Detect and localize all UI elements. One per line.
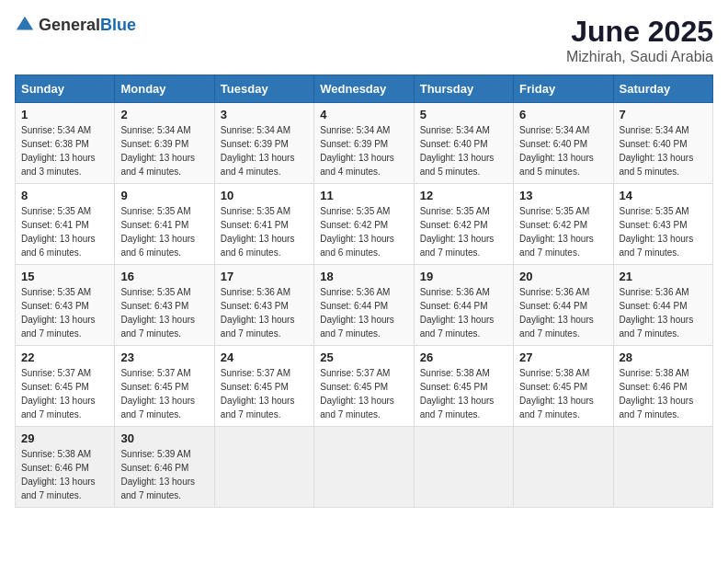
day-number: 7: [620, 108, 707, 121]
calendar-cell: [613, 427, 712, 508]
day-number: 29: [21, 431, 108, 445]
day-info: Sunrise: 5:34 AMSunset: 6:39 PMDaylight:…: [221, 123, 308, 178]
day-number: 6: [519, 108, 607, 121]
calendar-cell: 27Sunrise: 5:38 AMSunset: 6:45 PMDayligh…: [514, 346, 613, 427]
day-info: Sunrise: 5:34 AMSunset: 6:39 PMDaylight:…: [120, 123, 208, 178]
day-info: Sunrise: 5:35 AMSunset: 6:41 PMDaylight:…: [221, 204, 308, 259]
calendar-cell: 24Sunrise: 5:37 AMSunset: 6:45 PMDayligh…: [214, 346, 313, 427]
main-title: June 2025: [566, 15, 713, 49]
calendar-cell: [414, 427, 513, 508]
day-info: Sunrise: 5:35 AMSunset: 6:42 PMDaylight:…: [320, 204, 407, 259]
day-info: Sunrise: 5:34 AMSunset: 6:39 PMDaylight:…: [320, 123, 407, 178]
day-info: Sunrise: 5:34 AMSunset: 6:40 PMDaylight:…: [519, 123, 607, 178]
calendar-cell: 2Sunrise: 5:34 AMSunset: 6:39 PMDaylight…: [115, 103, 214, 184]
day-info: Sunrise: 5:36 AMSunset: 6:44 PMDaylight:…: [320, 285, 407, 340]
calendar-cell: 13Sunrise: 5:35 AMSunset: 6:42 PMDayligh…: [514, 184, 613, 265]
day-info: Sunrise: 5:36 AMSunset: 6:44 PMDaylight:…: [420, 285, 507, 340]
day-info: Sunrise: 5:36 AMSunset: 6:43 PMDaylight:…: [221, 285, 308, 340]
calendar-week-row: 29Sunrise: 5:38 AMSunset: 6:46 PMDayligh…: [16, 427, 713, 508]
logo: GeneralBlue: [15, 15, 136, 35]
day-number: 5: [420, 108, 507, 121]
day-number: 17: [221, 270, 308, 283]
day-info: Sunrise: 5:37 AMSunset: 6:45 PMDaylight:…: [221, 366, 308, 421]
day-info: Sunrise: 5:38 AMSunset: 6:46 PMDaylight:…: [21, 447, 108, 502]
day-number: 3: [221, 108, 308, 121]
day-info: Sunrise: 5:38 AMSunset: 6:45 PMDaylight:…: [519, 366, 607, 421]
day-info: Sunrise: 5:37 AMSunset: 6:45 PMDaylight:…: [320, 366, 407, 421]
day-number: 18: [320, 270, 407, 283]
day-info: Sunrise: 5:37 AMSunset: 6:45 PMDaylight:…: [120, 366, 208, 421]
calendar-cell: 21Sunrise: 5:36 AMSunset: 6:44 PMDayligh…: [613, 265, 712, 346]
calendar-cell: 18Sunrise: 5:36 AMSunset: 6:44 PMDayligh…: [314, 265, 414, 346]
col-header-tuesday: Tuesday: [214, 75, 313, 103]
day-number: 1: [21, 108, 108, 121]
day-info: Sunrise: 5:35 AMSunset: 6:42 PMDaylight:…: [420, 204, 507, 259]
col-header-monday: Monday: [115, 75, 214, 103]
day-number: 11: [320, 189, 407, 202]
calendar-cell: 20Sunrise: 5:36 AMSunset: 6:44 PMDayligh…: [514, 265, 613, 346]
day-number: 21: [620, 270, 707, 283]
calendar-cell: 11Sunrise: 5:35 AMSunset: 6:42 PMDayligh…: [314, 184, 414, 265]
logo-icon: [15, 15, 35, 35]
day-number: 16: [120, 270, 208, 283]
day-info: Sunrise: 5:35 AMSunset: 6:43 PMDaylight:…: [120, 285, 208, 340]
day-info: Sunrise: 5:35 AMSunset: 6:43 PMDaylight:…: [21, 285, 108, 340]
calendar-cell: 22Sunrise: 5:37 AMSunset: 6:45 PMDayligh…: [16, 346, 115, 427]
calendar-cell: 26Sunrise: 5:38 AMSunset: 6:45 PMDayligh…: [414, 346, 513, 427]
day-info: Sunrise: 5:36 AMSunset: 6:44 PMDaylight:…: [519, 285, 607, 340]
logo-text-blue: Blue: [100, 16, 136, 34]
calendar-cell: 23Sunrise: 5:37 AMSunset: 6:45 PMDayligh…: [115, 346, 214, 427]
calendar-cell: 16Sunrise: 5:35 AMSunset: 6:43 PMDayligh…: [115, 265, 214, 346]
day-number: 19: [420, 270, 507, 283]
day-info: Sunrise: 5:34 AMSunset: 6:40 PMDaylight:…: [620, 123, 707, 178]
calendar-week-row: 8Sunrise: 5:35 AMSunset: 6:41 PMDaylight…: [16, 184, 713, 265]
day-number: 30: [120, 431, 208, 445]
calendar-cell: 19Sunrise: 5:36 AMSunset: 6:44 PMDayligh…: [414, 265, 513, 346]
calendar-cell: 3Sunrise: 5:34 AMSunset: 6:39 PMDaylight…: [214, 103, 313, 184]
day-number: 22: [21, 350, 108, 364]
subtitle: Mizhirah, Saudi Arabia: [566, 49, 713, 65]
calendar-cell: 28Sunrise: 5:38 AMSunset: 6:46 PMDayligh…: [613, 346, 712, 427]
calendar-week-row: 1Sunrise: 5:34 AMSunset: 6:38 PMDaylight…: [16, 103, 713, 184]
calendar-cell: 25Sunrise: 5:37 AMSunset: 6:45 PMDayligh…: [314, 346, 414, 427]
header: GeneralBlue June 2025 Mizhirah, Saudi Ar…: [15, 15, 713, 65]
day-info: Sunrise: 5:35 AMSunset: 6:41 PMDaylight:…: [21, 204, 108, 259]
day-number: 27: [519, 350, 607, 364]
day-info: Sunrise: 5:35 AMSunset: 6:43 PMDaylight:…: [620, 204, 707, 259]
day-number: 28: [620, 350, 707, 364]
day-number: 10: [221, 189, 308, 202]
day-info: Sunrise: 5:36 AMSunset: 6:44 PMDaylight:…: [620, 285, 707, 340]
calendar-cell: 15Sunrise: 5:35 AMSunset: 6:43 PMDayligh…: [16, 265, 115, 346]
svg-marker-0: [17, 17, 33, 30]
col-header-saturday: Saturday: [613, 75, 712, 103]
calendar-cell: 4Sunrise: 5:34 AMSunset: 6:39 PMDaylight…: [314, 103, 414, 184]
day-info: Sunrise: 5:34 AMSunset: 6:38 PMDaylight:…: [21, 123, 108, 178]
day-number: 12: [420, 189, 507, 202]
calendar-cell: 30Sunrise: 5:39 AMSunset: 6:46 PMDayligh…: [115, 427, 214, 508]
col-header-sunday: Sunday: [16, 75, 115, 103]
day-number: 9: [120, 189, 208, 202]
col-header-wednesday: Wednesday: [314, 75, 414, 103]
day-number: 13: [519, 189, 607, 202]
calendar-cell: [314, 427, 414, 508]
calendar-table: SundayMondayTuesdayWednesdayThursdayFrid…: [15, 75, 713, 508]
day-number: 4: [320, 108, 407, 121]
calendar-week-row: 15Sunrise: 5:35 AMSunset: 6:43 PMDayligh…: [16, 265, 713, 346]
day-number: 15: [21, 270, 108, 283]
calendar-cell: 9Sunrise: 5:35 AMSunset: 6:41 PMDaylight…: [115, 184, 214, 265]
day-number: 2: [120, 108, 208, 121]
calendar-cell: 10Sunrise: 5:35 AMSunset: 6:41 PMDayligh…: [214, 184, 313, 265]
calendar-cell: 14Sunrise: 5:35 AMSunset: 6:43 PMDayligh…: [613, 184, 712, 265]
day-info: Sunrise: 5:39 AMSunset: 6:46 PMDaylight:…: [120, 447, 208, 502]
calendar-header-row: SundayMondayTuesdayWednesdayThursdayFrid…: [16, 75, 713, 103]
calendar-cell: [214, 427, 313, 508]
title-area: June 2025 Mizhirah, Saudi Arabia: [566, 15, 713, 65]
day-number: 14: [620, 189, 707, 202]
day-number: 24: [221, 350, 308, 364]
calendar-cell: 12Sunrise: 5:35 AMSunset: 6:42 PMDayligh…: [414, 184, 513, 265]
col-header-friday: Friday: [514, 75, 613, 103]
day-info: Sunrise: 5:38 AMSunset: 6:45 PMDaylight:…: [420, 366, 507, 421]
day-info: Sunrise: 5:35 AMSunset: 6:41 PMDaylight:…: [120, 204, 208, 259]
logo-text-general: General: [39, 16, 100, 34]
day-number: 23: [120, 350, 208, 364]
